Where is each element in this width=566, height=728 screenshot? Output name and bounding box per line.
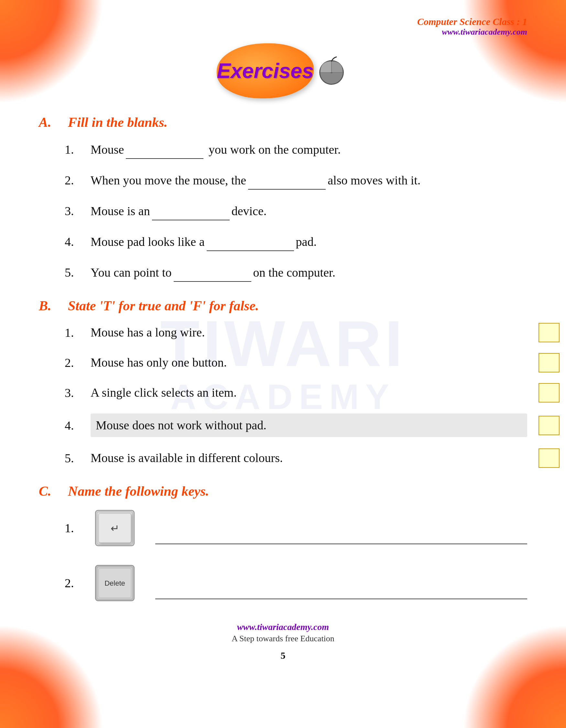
delete-key-image: Delete — [94, 564, 136, 602]
key-answer-line-1[interactable] — [155, 544, 527, 544]
question-a4: 4. Mouse pad looks like a pad. — [65, 232, 527, 251]
key-num-2: 2. — [65, 576, 81, 590]
tf-box-b1[interactable] — [538, 323, 560, 342]
q-text-b4: Mouse does not work without pad. — [91, 414, 527, 437]
tf-box-b3[interactable] — [538, 383, 560, 403]
q-num-b5: 5. — [65, 451, 84, 465]
title-area: Exercises — [39, 43, 527, 98]
exercises-badge: Exercises — [217, 43, 314, 98]
q-text-a4: Mouse pad looks like a pad. — [91, 232, 527, 251]
page-footer: www.tiwariacademy.com A Step towards fre… — [39, 622, 527, 661]
q-text-b5: Mouse is available in different colours. — [91, 449, 527, 467]
section-a-header: A. Fill in the blanks. — [39, 115, 527, 130]
q-text-a1: Mouse you work on the computer. — [91, 140, 527, 159]
q-num-a2: 2. — [65, 173, 84, 187]
svg-text:↵: ↵ — [111, 523, 119, 534]
q-text-b3: A single click selects an item. — [91, 383, 527, 402]
tf-box-b5[interactable] — [538, 448, 560, 468]
section-a-questions: 1. Mouse you work on the computer. 2. Wh… — [65, 140, 527, 282]
section-a-label: A. — [39, 115, 58, 130]
q-num-a4: 4. — [65, 235, 84, 249]
section-c-header: C. Name the following keys. — [39, 483, 527, 499]
q-text-b2: Mouse has only one button. — [91, 353, 527, 372]
key-item-1: 1. ↵ — [65, 509, 527, 547]
blank-a3[interactable] — [152, 201, 230, 220]
q-num-a3: 3. — [65, 204, 84, 218]
svg-text:Delete: Delete — [105, 579, 125, 587]
section-a-title: Fill in the blanks. — [68, 115, 168, 130]
page-number: 5 — [39, 650, 527, 661]
section-b-title: State 'T' for true and 'F' for false. — [68, 298, 259, 314]
question-a2: 2. When you move the mouse, the also mov… — [65, 171, 527, 190]
question-b3: 3. A single click selects an item. — [65, 383, 527, 402]
q-num-b4: 4. — [65, 418, 84, 433]
footer-website: www.tiwariacademy.com — [39, 622, 527, 632]
question-a3: 3. Mouse is an device. — [65, 201, 527, 220]
tf-box-b4[interactable] — [538, 416, 560, 435]
q-num-a5: 5. — [65, 265, 84, 280]
mouse-icon — [314, 56, 349, 85]
page-header: Computer Science Class : 1 www.tiwariaca… — [39, 13, 527, 37]
class-label: Computer Science Class : 1 — [417, 16, 527, 27]
blank-a4[interactable] — [207, 232, 294, 251]
key-item-2: 2. Delete — [65, 564, 527, 602]
question-b5: 5. Mouse is available in different colou… — [65, 449, 527, 467]
q-text-a3: Mouse is an device. — [91, 201, 527, 220]
question-a5: 5. You can point to on the computer. — [65, 263, 527, 282]
q-num-b1: 1. — [65, 325, 84, 340]
enter-key-image: ↵ — [94, 509, 136, 547]
q-text-a2: When you move the mouse, the also moves … — [91, 171, 527, 190]
section-c-label: C. — [39, 483, 58, 499]
q-num-b3: 3. — [65, 386, 84, 400]
section-c-keys: 1. ↵ 2. Delete — [65, 509, 527, 602]
question-b1: 1. Mouse has a long wire. — [65, 323, 527, 342]
section-c-title: Name the following keys. — [68, 483, 209, 499]
q-num-a1: 1. — [65, 142, 84, 157]
section-b-label: B. — [39, 298, 58, 314]
blank-a5[interactable] — [174, 263, 251, 282]
tf-box-b2[interactable] — [538, 353, 560, 372]
footer-tagline: A Step towards free Education — [39, 634, 527, 644]
key-answer-line-2[interactable] — [155, 599, 527, 599]
question-b4: 4. Mouse does not work without pad. — [65, 414, 527, 437]
key-num-1: 1. — [65, 521, 81, 535]
exercises-title: Exercises — [217, 59, 314, 83]
blank-a1[interactable] — [126, 140, 204, 159]
q-text-a5: You can point to on the computer. — [91, 263, 527, 282]
blank-a2[interactable] — [248, 171, 326, 190]
q-num-b2: 2. — [65, 356, 84, 370]
section-b-questions: 1. Mouse has a long wire. 2. Mouse has o… — [65, 323, 527, 467]
header-website: www.tiwariacademy.com — [417, 27, 527, 37]
question-b2: 2. Mouse has only one button. — [65, 353, 527, 372]
question-a1: 1. Mouse you work on the computer. — [65, 140, 527, 159]
section-b-header: B. State 'T' for true and 'F' for false. — [39, 298, 527, 314]
q-text-b1: Mouse has a long wire. — [91, 323, 527, 342]
